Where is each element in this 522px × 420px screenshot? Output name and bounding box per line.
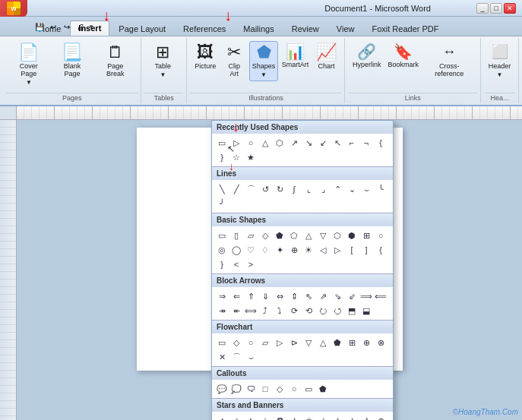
- shape-line[interactable]: ↺: [258, 182, 272, 196]
- shape-arrow[interactable]: ⤴: [258, 304, 272, 317]
- shape-callout[interactable]: 💬: [215, 382, 229, 396]
- shape-arrow[interactable]: ⭮: [316, 304, 330, 317]
- shape-arrow[interactable]: ⇐: [229, 289, 243, 303]
- shape-callout[interactable]: ○: [287, 382, 301, 396]
- shape-arrow[interactable]: ⟸: [374, 289, 388, 303]
- shape-basic[interactable]: ✦: [273, 243, 286, 257]
- shape-basic[interactable]: ⬠: [287, 229, 301, 242]
- redo-qa-button[interactable]: ↪: [61, 21, 73, 33]
- shape-line[interactable]: ⌃: [331, 182, 344, 196]
- blank-page-button[interactable]: 📃 Blank Page: [52, 41, 93, 81]
- shape-callout[interactable]: 🗨: [244, 382, 258, 396]
- shape-star[interactable]: ✦: [215, 414, 229, 420]
- shape-line[interactable]: ∫: [287, 182, 301, 196]
- shape-basic[interactable]: ▭: [215, 229, 229, 242]
- shape-arrow[interactable]: ⇙: [345, 289, 359, 303]
- shape-line[interactable]: ⌄: [345, 182, 359, 196]
- shape-arrow[interactable]: ⇖: [302, 289, 315, 303]
- shape-basic[interactable]: >: [244, 257, 258, 271]
- shape-flow[interactable]: ▷: [273, 336, 286, 349]
- shape-flow[interactable]: ◇: [229, 336, 243, 349]
- tab-mailings[interactable]: Mailings: [235, 21, 282, 36]
- cover-page-button[interactable]: 📄 Cover Page ▼: [8, 41, 50, 89]
- hyperlink-button[interactable]: 🔗 Hyperlink: [350, 41, 384, 71]
- shape-line[interactable]: ↻: [273, 182, 286, 196]
- shape-callout[interactable]: □: [258, 382, 272, 396]
- shape-item[interactable]: ↗: [287, 136, 301, 150]
- shape-star[interactable]: ⊕: [374, 414, 388, 420]
- shape-item[interactable]: ★: [244, 150, 258, 164]
- shape-star[interactable]: ✧: [229, 414, 243, 420]
- shape-item[interactable]: ⬡: [273, 136, 286, 150]
- shape-basic[interactable]: ⊞: [359, 229, 373, 242]
- picture-button[interactable]: 🖼 Picture: [191, 41, 219, 73]
- undo-qa-button[interactable]: ↩: [47, 21, 59, 33]
- shape-star[interactable]: ✪: [273, 414, 286, 420]
- shape-arrow[interactable]: ⇒: [215, 289, 229, 303]
- shape-callout[interactable]: ◇: [273, 382, 286, 396]
- shape-callout[interactable]: ⬟: [316, 382, 330, 396]
- shapes-button[interactable]: ⬟ Shapes ▼: [249, 41, 277, 81]
- shape-line[interactable]: ╰: [374, 182, 388, 196]
- shape-basic[interactable]: ⬟: [273, 229, 286, 242]
- shape-basic[interactable]: ▽: [316, 229, 330, 242]
- shape-basic[interactable]: ◯: [229, 243, 243, 257]
- shape-line[interactable]: ⌣: [359, 182, 373, 196]
- shape-item[interactable]: ⌐: [345, 136, 359, 150]
- shape-flow[interactable]: ○: [244, 336, 258, 349]
- shape-flow[interactable]: △: [316, 336, 330, 349]
- shape-flow[interactable]: ⊗: [374, 336, 388, 349]
- shape-star[interactable]: ✫: [287, 414, 301, 420]
- tab-view[interactable]: View: [328, 21, 363, 36]
- shape-line[interactable]: ⌞: [302, 182, 315, 196]
- shape-star[interactable]: ✯: [345, 414, 359, 420]
- shape-arrow[interactable]: ⟳: [287, 304, 301, 317]
- shape-basic[interactable]: ⊕: [287, 243, 301, 257]
- tab-review[interactable]: Review: [283, 21, 327, 36]
- save-qa-button[interactable]: 💾: [33, 21, 46, 33]
- shape-basic[interactable]: ○: [374, 229, 388, 242]
- shape-item[interactable]: ↙: [316, 136, 330, 150]
- minimize-button[interactable]: _: [476, 3, 489, 14]
- shape-arrow[interactable]: ⇑: [244, 289, 258, 303]
- shape-flow[interactable]: ⌣: [244, 350, 258, 364]
- shape-basic[interactable]: ☀: [302, 243, 315, 257]
- shape-line[interactable]: ╲: [215, 182, 229, 196]
- shape-basic[interactable]: <: [229, 257, 243, 271]
- shape-basic[interactable]: ▷: [331, 243, 344, 257]
- shape-arrow[interactable]: ⇗: [316, 289, 330, 303]
- shape-flow[interactable]: ▭: [215, 336, 229, 349]
- shape-callout[interactable]: ▭: [302, 382, 315, 396]
- shape-star[interactable]: ✬: [302, 414, 315, 420]
- tab-foxit[interactable]: Foxit Reader PDF: [363, 21, 447, 36]
- shape-basic[interactable]: ♢: [258, 243, 272, 257]
- shape-arrow[interactable]: ⟺: [244, 304, 258, 317]
- shape-item[interactable]: ○: [244, 136, 258, 150]
- shape-star[interactable]: ☆: [258, 414, 272, 420]
- shape-basic[interactable]: ▯: [229, 229, 243, 242]
- shape-basic[interactable]: ◎: [215, 243, 229, 257]
- shape-flow[interactable]: ✕: [215, 350, 229, 364]
- shape-arrow[interactable]: ⇓: [258, 289, 272, 303]
- shape-flow[interactable]: ▱: [258, 336, 272, 349]
- shape-arrow[interactable]: ⬒: [345, 304, 359, 317]
- shape-arrow[interactable]: ↠: [215, 304, 229, 317]
- smartart-button[interactable]: 📊 SmartArt: [280, 41, 312, 71]
- shape-basic[interactable]: ⬡: [331, 229, 344, 242]
- shape-flow[interactable]: ⊕: [359, 336, 373, 349]
- close-button[interactable]: ✕: [504, 3, 516, 14]
- shape-basic[interactable]: {: [374, 243, 388, 257]
- shape-star[interactable]: ✰: [359, 414, 373, 420]
- clip-art-button[interactable]: ✂ Clip Art: [220, 41, 248, 81]
- shape-flow[interactable]: ⊳: [287, 336, 301, 349]
- shape-basic[interactable]: ]: [359, 243, 373, 257]
- shape-line[interactable]: ⌟: [316, 182, 330, 196]
- shape-basic[interactable]: [: [345, 243, 359, 257]
- maximize-button[interactable]: □: [490, 3, 502, 14]
- table-button[interactable]: ⊞ Table ▼: [146, 41, 179, 81]
- print-qa-button[interactable]: 🖨: [74, 21, 87, 33]
- shape-arrow[interactable]: ⇔: [273, 289, 286, 303]
- shape-flow[interactable]: ⬟: [331, 336, 344, 349]
- shape-basic[interactable]: ◇: [258, 229, 272, 242]
- shape-arrow[interactable]: ↞: [229, 304, 243, 317]
